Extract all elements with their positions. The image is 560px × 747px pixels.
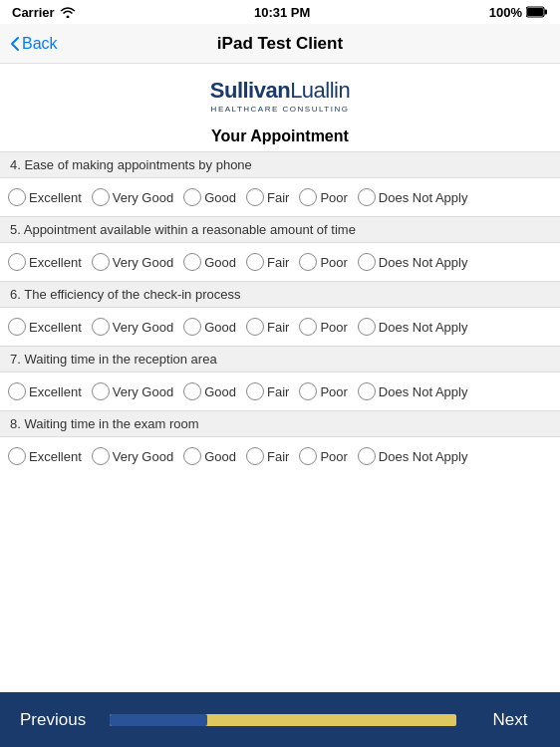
carrier-label: Carrier [12, 5, 55, 20]
option-label-4-5: Poor [320, 384, 347, 399]
option-label-5-1: Excellent [29, 449, 82, 464]
options-row-5: ExcellentVery GoodGoodFairPoorDoes Not A… [0, 437, 560, 475]
radio-circle-3-1 [8, 318, 26, 336]
option-label-1-2: Very Good [113, 190, 173, 205]
brand-header: SullivanLuallin Healthcare Consulting [0, 64, 560, 120]
question-header-4: 7. Waiting time in the reception area [0, 346, 560, 373]
option-2-1[interactable]: Excellent [8, 253, 82, 271]
options-row-4: ExcellentVery GoodGoodFairPoorDoes Not A… [0, 373, 560, 410]
option-2-4[interactable]: Fair [246, 253, 289, 271]
radio-circle-4-5 [299, 382, 317, 400]
previous-button[interactable]: Previous [0, 692, 106, 747]
option-3-4[interactable]: Fair [246, 318, 289, 336]
radio-circle-5-5 [299, 447, 317, 465]
progress-bar-container [110, 714, 456, 726]
wifi-icon [60, 6, 76, 18]
option-4-4[interactable]: Fair [246, 382, 289, 400]
option-2-3[interactable]: Good [183, 253, 236, 271]
radio-circle-4-2 [92, 382, 110, 400]
option-1-3[interactable]: Good [183, 188, 236, 206]
option-label-3-6: Does Not Apply [379, 320, 468, 335]
brand-name: SullivanLuallin [0, 78, 560, 104]
next-button[interactable]: Next [460, 692, 560, 747]
option-3-3[interactable]: Good [183, 318, 236, 336]
radio-circle-3-2 [92, 318, 110, 336]
radio-circle-1-5 [299, 188, 317, 206]
option-label-1-5: Poor [320, 190, 347, 205]
option-label-4-4: Fair [267, 384, 289, 399]
radio-circle-5-4 [246, 447, 264, 465]
questions-container: 4. Ease of making appointments by phoneE… [0, 151, 560, 475]
option-5-4[interactable]: Fair [246, 447, 289, 465]
radio-circle-3-4 [246, 318, 264, 336]
radio-circle-2-4 [246, 253, 264, 271]
back-button[interactable]: Back [10, 35, 58, 53]
option-1-6[interactable]: Does Not Apply [358, 188, 468, 206]
option-2-6[interactable]: Does Not Apply [358, 253, 468, 271]
option-1-4[interactable]: Fair [246, 188, 289, 206]
option-label-5-2: Very Good [113, 449, 173, 464]
option-3-5[interactable]: Poor [299, 318, 347, 336]
option-3-2[interactable]: Very Good [92, 318, 173, 336]
option-4-2[interactable]: Very Good [92, 382, 173, 400]
options-row-2: ExcellentVery GoodGoodFairPoorDoes Not A… [0, 243, 560, 281]
chevron-left-icon [10, 36, 20, 52]
option-1-5[interactable]: Poor [299, 188, 347, 206]
radio-circle-5-6 [358, 447, 376, 465]
option-2-5[interactable]: Poor [299, 253, 347, 271]
radio-circle-1-2 [92, 188, 110, 206]
option-label-5-6: Does Not Apply [379, 449, 468, 464]
radio-circle-4-3 [183, 382, 201, 400]
option-label-3-5: Poor [320, 320, 347, 335]
status-right: 100% [489, 5, 548, 20]
option-5-3[interactable]: Good [183, 447, 236, 465]
option-5-6[interactable]: Does Not Apply [358, 447, 468, 465]
brand-part2: Luallin [290, 78, 350, 103]
option-label-2-5: Poor [320, 255, 347, 270]
radio-circle-2-6 [358, 253, 376, 271]
option-label-1-6: Does Not Apply [379, 190, 468, 205]
status-bar: Carrier 10:31 PM 100% [0, 0, 560, 24]
options-row-1: ExcellentVery GoodGoodFairPoorDoes Not A… [0, 178, 560, 216]
status-left: Carrier [12, 5, 76, 20]
option-5-5[interactable]: Poor [299, 447, 347, 465]
option-5-1[interactable]: Excellent [8, 447, 82, 465]
option-1-1[interactable]: Excellent [8, 188, 82, 206]
option-label-3-3: Good [204, 320, 236, 335]
bottom-bar: Previous Next [0, 692, 560, 747]
option-1-2[interactable]: Very Good [92, 188, 173, 206]
brand-subtitle: Healthcare Consulting [0, 105, 560, 114]
option-label-4-2: Very Good [113, 384, 173, 399]
option-label-2-6: Does Not Apply [379, 255, 468, 270]
option-label-2-3: Good [204, 255, 236, 270]
option-label-1-3: Good [204, 190, 236, 205]
options-row-3: ExcellentVery GoodGoodFairPoorDoes Not A… [0, 308, 560, 346]
question-header-1: 4. Ease of making appointments by phone [0, 151, 560, 178]
option-4-1[interactable]: Excellent [8, 382, 82, 400]
option-2-2[interactable]: Very Good [92, 253, 173, 271]
option-4-6[interactable]: Does Not Apply [358, 382, 468, 400]
radio-circle-3-3 [183, 318, 201, 336]
option-5-2[interactable]: Very Good [92, 447, 173, 465]
option-3-1[interactable]: Excellent [8, 318, 82, 336]
radio-circle-2-3 [183, 253, 201, 271]
option-label-2-1: Excellent [29, 255, 82, 270]
content-area: SullivanLuallin Healthcare Consulting Yo… [0, 64, 560, 692]
nav-bar: Back iPad Test Client [0, 24, 560, 64]
battery-icon [526, 6, 548, 18]
option-label-2-2: Very Good [113, 255, 173, 270]
option-4-3[interactable]: Good [183, 382, 236, 400]
radio-circle-4-1 [8, 382, 26, 400]
option-4-5[interactable]: Poor [299, 382, 347, 400]
battery-label: 100% [489, 5, 522, 20]
option-label-4-6: Does Not Apply [379, 384, 468, 399]
progress-bar-fill [110, 714, 206, 726]
option-3-6[interactable]: Does Not Apply [358, 318, 468, 336]
radio-circle-4-4 [246, 382, 264, 400]
question-header-2: 5. Appointment available within a reason… [0, 216, 560, 243]
option-label-4-1: Excellent [29, 384, 82, 399]
radio-circle-5-2 [92, 447, 110, 465]
radio-circle-1-1 [8, 188, 26, 206]
radio-circle-3-6 [358, 318, 376, 336]
radio-circle-1-6 [358, 188, 376, 206]
